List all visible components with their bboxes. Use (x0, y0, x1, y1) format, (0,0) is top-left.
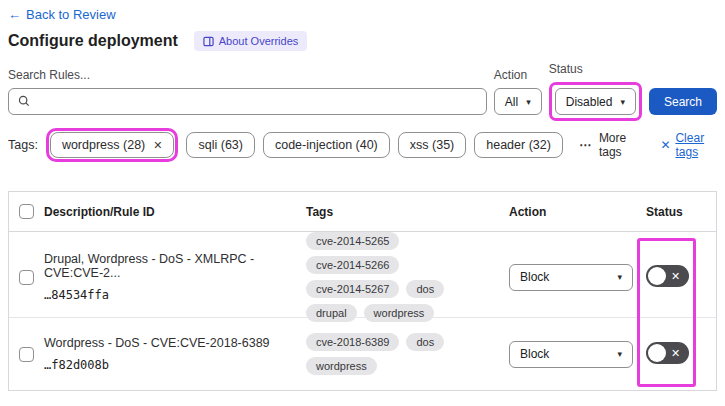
chevron-down-icon: ▾ (526, 97, 531, 107)
rule-tag: cve-2018-6389 (306, 333, 399, 351)
action-select[interactable]: Block ▾ (509, 341, 633, 368)
table-row: Wordpress - DoS - CVE:CVE-2018-6389 …f82… (9, 318, 716, 390)
clear-tags-label: Clear tags (675, 131, 717, 159)
search-rules-box (8, 88, 487, 115)
rule-action-cell: Block ▾ (509, 341, 646, 368)
action-select-value: Block (520, 270, 549, 284)
chevron-down-icon: ▾ (620, 97, 625, 107)
status-filter-value: Disabled (566, 95, 613, 109)
ellipsis-icon: ⋯ (579, 138, 592, 152)
tag-chip-header[interactable]: header (32) (474, 132, 563, 158)
clear-tags-button[interactable]: ✕ Clear tags (660, 131, 717, 159)
remove-tag-icon[interactable]: ✕ (153, 139, 162, 152)
search-rules-group: Search Rules... (8, 68, 487, 115)
action-filter-value: All (505, 95, 518, 109)
status-filter-group: Status Disabled ▾ (549, 62, 642, 115)
status-toggle-off[interactable]: ✕ (646, 265, 689, 287)
tag-chip-code-injection[interactable]: code-injection (40) (263, 132, 390, 158)
rule-tag: cve-2014-5266 (306, 256, 399, 274)
rule-status-cell: ✕ (646, 342, 716, 366)
tags-bar: Tags: wordpress (28) ✕ sqli (63) code-in… (8, 128, 717, 162)
column-header-action: Action (509, 205, 646, 219)
tag-chip-wordpress[interactable]: wordpress (28) ✕ (50, 132, 175, 158)
rule-id: …84534ffa (44, 288, 282, 302)
docs-icon (203, 36, 214, 47)
search-rules-label: Search Rules... (8, 68, 487, 82)
search-icon (18, 93, 30, 111)
title-row: Configure deployment About Overrides (8, 31, 717, 51)
back-to-review-link[interactable]: ← Back to Review (8, 7, 116, 22)
action-select-value: Block (520, 347, 549, 361)
tag-chip-label: code-injection (40) (275, 138, 378, 152)
action-filter-label: Action (494, 68, 542, 82)
rule-tag: cve-2014-5265 (306, 232, 399, 250)
rule-tag: drupal (306, 304, 357, 322)
tag-chip-label: xss (35) (410, 138, 454, 152)
table-row: Drupal, Wordpress - DoS - XMLRPC - CVE:C… (9, 232, 716, 318)
column-header-tags: Tags (306, 205, 509, 219)
more-tags-label: More tags (599, 131, 639, 159)
action-filter-group: Action All ▾ (494, 68, 542, 115)
status-filter-dropdown[interactable]: Disabled ▾ (555, 88, 636, 115)
chevron-down-icon: ▾ (617, 349, 622, 359)
tag-chip-label: wordpress (28) (62, 138, 145, 152)
page-title: Configure deployment (8, 32, 178, 50)
status-toggle-off[interactable]: ✕ (646, 342, 689, 364)
column-header-status: Status (646, 205, 716, 219)
rule-tag: wordpress (306, 357, 377, 375)
tag-chip-sqli[interactable]: sqli (63) (186, 132, 254, 158)
configure-deployment-page: ← Back to Review Configure deployment Ab… (0, 0, 725, 396)
chevron-down-icon: ▾ (617, 272, 622, 282)
row-checkbox[interactable] (19, 270, 34, 285)
table-header-row: Description/Rule ID Tags Action Status (9, 192, 716, 232)
about-overrides-label: About Overrides (219, 35, 298, 47)
rule-tags-cell: cve-2018-6389 dos wordpress (306, 333, 509, 375)
search-rules-input[interactable] (37, 94, 477, 110)
rule-description-cell: Wordpress - DoS - CVE:CVE-2018-6389 …f82… (36, 336, 306, 372)
toggle-off-icon: ✕ (671, 270, 680, 283)
action-select[interactable]: Block ▾ (509, 264, 633, 291)
rule-description-cell: Drupal, Wordpress - DoS - XMLRPC - CVE:C… (36, 252, 306, 302)
rule-tags-cell: cve-2014-5265 cve-2014-5266 cve-2014-526… (306, 232, 509, 322)
select-all-checkbox[interactable] (19, 204, 34, 219)
rule-tag: cve-2014-5267 (306, 280, 399, 298)
rule-status-cell: ✕ (646, 265, 716, 289)
rule-description: Wordpress - DoS - CVE:CVE-2018-6389 (44, 336, 282, 350)
rule-tag: wordpress (364, 304, 435, 322)
tag-chip-xss[interactable]: xss (35) (398, 132, 466, 158)
selected-tag-highlight: wordpress (28) ✕ (46, 128, 179, 162)
tags-bar-label: Tags: (8, 138, 38, 152)
toggle-knob (648, 344, 666, 362)
rule-tag: dos (406, 333, 444, 351)
more-tags-button[interactable]: ⋯ More tags (579, 131, 639, 159)
tag-chip-label: header (32) (486, 138, 551, 152)
rules-table: Description/Rule ID Tags Action Status D… (8, 191, 717, 391)
rule-tag: dos (406, 280, 444, 298)
toggle-off-icon: ✕ (671, 347, 680, 360)
about-overrides-badge[interactable]: About Overrides (194, 31, 307, 51)
action-filter-dropdown[interactable]: All ▾ (494, 88, 542, 115)
rule-id: …f82d008b (44, 358, 282, 372)
status-filter-highlight: Disabled ▾ (549, 82, 642, 121)
rule-description: Drupal, Wordpress - DoS - XMLRPC - CVE:C… (44, 252, 282, 280)
row-checkbox[interactable] (19, 347, 34, 362)
back-arrow-icon: ← (8, 7, 21, 22)
back-link-label: Back to Review (26, 7, 116, 22)
tag-chip-label: sqli (63) (198, 138, 242, 152)
filter-bar: Search Rules... Action All ▾ Status Disa… (8, 62, 717, 115)
clear-tags-icon: ✕ (660, 138, 670, 152)
status-filter-label: Status (549, 62, 642, 76)
column-header-description: Description/Rule ID (36, 205, 306, 219)
toggle-knob (648, 267, 666, 285)
rule-action-cell: Block ▾ (509, 264, 646, 291)
search-button[interactable]: Search (649, 88, 717, 115)
